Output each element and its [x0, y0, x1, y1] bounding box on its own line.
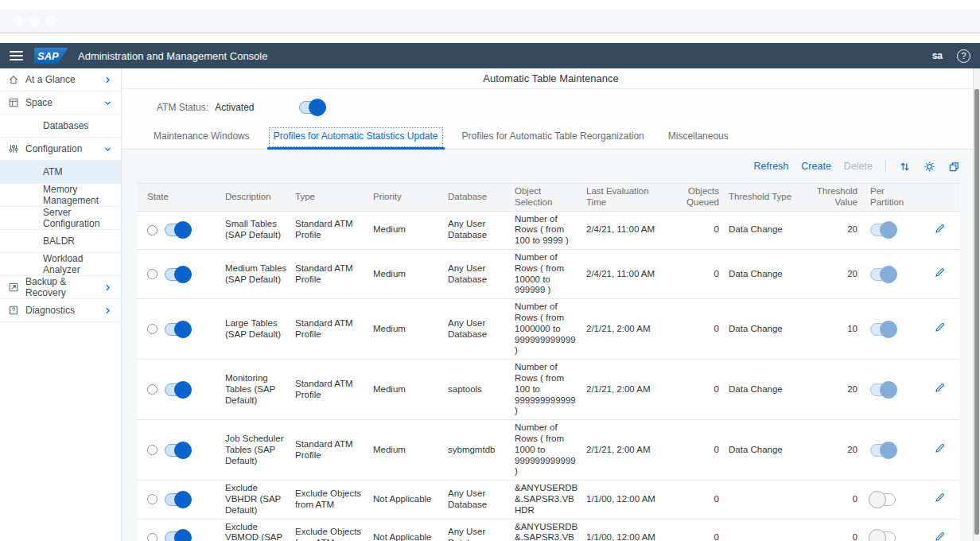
- cell-object-selection: Number of Rows ( from 100 to 9999 ): [515, 212, 586, 249]
- window-maximize-icon[interactable]: [46, 16, 56, 26]
- edit-icon[interactable]: [935, 383, 945, 393]
- atm-status-toggle[interactable]: [299, 101, 325, 114]
- cell-threshold-type: Data Change: [729, 222, 807, 238]
- column-header-threshold-value: Threshold Value: [807, 184, 867, 211]
- sidebar-item-server-configuration[interactable]: Server Configuration: [0, 207, 121, 230]
- settings-icon[interactable]: [924, 161, 935, 173]
- sidebar-item-label: Space: [25, 97, 103, 108]
- edit-icon[interactable]: [935, 531, 945, 541]
- tab-profiles-for-automatic-table-reorganization[interactable]: Profiles for Automatic Table Reorganizat…: [456, 126, 651, 149]
- row-select-radio[interactable]: [147, 494, 158, 504]
- row-select-radio[interactable]: [147, 384, 158, 395]
- row-select-radio[interactable]: [147, 445, 158, 455]
- cell-type: Standard ATM Profile: [295, 216, 373, 243]
- cell-object-selection: Number of Rows ( from 1000000 to 9999999…: [515, 299, 586, 359]
- cell-actions: [927, 441, 960, 459]
- sidebar-item-label: Workload Analyzer: [25, 253, 113, 275]
- refresh-button[interactable]: Refresh: [754, 161, 789, 172]
- help-icon[interactable]: ?: [957, 49, 970, 63]
- per-partition-toggle[interactable]: [870, 383, 896, 396]
- cell-description: Monitoring Tables (SAP Default): [225, 371, 295, 408]
- edit-icon[interactable]: [935, 322, 945, 333]
- state-toggle[interactable]: [165, 268, 190, 281]
- cell-threshold-type: Data Change: [729, 382, 807, 398]
- sidebar-item-configuration[interactable]: Configuration: [0, 138, 121, 161]
- cell-objects-queued: 0: [669, 267, 729, 282]
- per-partition-toggle[interactable]: [870, 531, 896, 541]
- row-select-radio[interactable]: [147, 269, 158, 279]
- cell-priority: Medium: [373, 267, 448, 282]
- row-select-radio[interactable]: [147, 533, 158, 541]
- vertical-scrollbar[interactable]: [973, 68, 980, 541]
- cell-database: Any User Database: [448, 261, 515, 288]
- tab-maintenance-windows[interactable]: Maintenance Windows: [147, 126, 256, 149]
- column-header-database: Database: [448, 189, 515, 205]
- cell-actions: [927, 529, 960, 541]
- edit-icon[interactable]: [935, 267, 945, 278]
- sidebar-item-backup-recovery[interactable]: Backup & Recovery: [0, 276, 121, 299]
- cell-type: Standard ATM Profile: [295, 316, 373, 343]
- export-icon[interactable]: [948, 161, 960, 173]
- cell-last-evaluation: 2/4/21, 11:00 AM: [586, 222, 669, 238]
- grid-icon: [8, 97, 25, 108]
- main-content: Automatic Table Maintenance ATM Status: …: [122, 68, 980, 541]
- sidebar-item-space[interactable]: Space: [0, 91, 121, 115]
- state-toggle[interactable]: [165, 323, 190, 336]
- window-minimize-icon[interactable]: [29, 16, 40, 26]
- tab-profiles-for-automatic-statistics-update[interactable]: Profiles for Automatic Statistics Update: [267, 126, 445, 149]
- cell-objects-queued: 0: [669, 382, 729, 398]
- shell-title: Administration and Management Console: [78, 50, 267, 62]
- user-badge[interactable]: sa: [932, 50, 943, 61]
- sap-logo: SAP: [34, 48, 68, 64]
- chevron-right-icon: [103, 306, 113, 316]
- cell-object-selection: Number of Rows ( from 10000 to 999999 ): [515, 250, 586, 298]
- sidebar-item-memory-management[interactable]: Memory Management: [0, 184, 121, 207]
- cell-type: Standard ATM Profile: [295, 376, 373, 403]
- per-partition-toggle[interactable]: [870, 224, 896, 236]
- state-toggle[interactable]: [165, 383, 190, 396]
- atm-status-value: Activated: [215, 102, 254, 113]
- sidebar-item-workload-analyzer[interactable]: Workload Analyzer: [0, 253, 121, 276]
- row-select-cell: [138, 381, 225, 399]
- sidebar-item-label: Memory Management: [25, 184, 113, 206]
- edit-icon[interactable]: [935, 492, 945, 503]
- per-partition-toggle[interactable]: [870, 493, 896, 506]
- sidebar-item-atm[interactable]: ATM: [0, 161, 121, 184]
- edit-icon[interactable]: [935, 224, 945, 234]
- create-button[interactable]: Create: [801, 161, 831, 172]
- window-close-icon[interactable]: [13, 16, 23, 26]
- cell-object-selection: &ANYUSERDB&.SAPSR3.VBMOD: [515, 520, 586, 541]
- row-select-radio[interactable]: [147, 324, 158, 334]
- cell-object-selection: Number of Rows ( from 1000 to 9999999999…: [515, 420, 586, 480]
- sidebar-item-databases[interactable]: Databases: [0, 115, 121, 138]
- cell-threshold-value: 20: [807, 442, 867, 458]
- state-toggle[interactable]: [165, 224, 190, 236]
- scrollbar-thumb[interactable]: [974, 89, 979, 535]
- table-row: Large Tables (SAP Default)Standard ATM P…: [138, 299, 960, 360]
- per-partition-toggle[interactable]: [870, 323, 896, 336]
- sidebar-item-at-a-glance[interactable]: At a Glance: [0, 68, 121, 91]
- sort-icon[interactable]: [899, 161, 911, 173]
- menu-icon[interactable]: [10, 51, 23, 60]
- state-toggle[interactable]: [165, 531, 190, 541]
- row-select-cell: [138, 442, 225, 459]
- cell-per-partition: [867, 442, 927, 459]
- delete-button[interactable]: Delete: [844, 161, 873, 172]
- per-partition-toggle[interactable]: [870, 444, 896, 457]
- row-select-radio[interactable]: [147, 225, 158, 235]
- sidebar-item-diagnostics[interactable]: Diagnostics: [0, 299, 121, 322]
- state-toggle[interactable]: [165, 493, 190, 506]
- cell-last-evaluation: 2/1/21, 2:00 AM: [586, 382, 669, 398]
- table-toolbar: Refresh Create Delete: [122, 150, 980, 183]
- cell-last-evaluation: 1/1/00, 12:00 AM: [586, 530, 669, 541]
- edit-icon[interactable]: [935, 443, 945, 453]
- state-toggle[interactable]: [165, 444, 190, 457]
- tab-miscellaneous[interactable]: Miscellaneous: [662, 126, 735, 149]
- toolbar-divider: [885, 160, 886, 173]
- per-partition-toggle[interactable]: [870, 268, 896, 281]
- cell-type: Standard ATM Profile: [295, 437, 373, 464]
- column-header-last-evaluation-time: Last Evaluation Time: [586, 184, 669, 211]
- cell-priority: Not Applicable: [373, 530, 448, 541]
- sidebar-item-baldr[interactable]: BALDR: [0, 230, 121, 253]
- cell-actions: [927, 380, 960, 399]
